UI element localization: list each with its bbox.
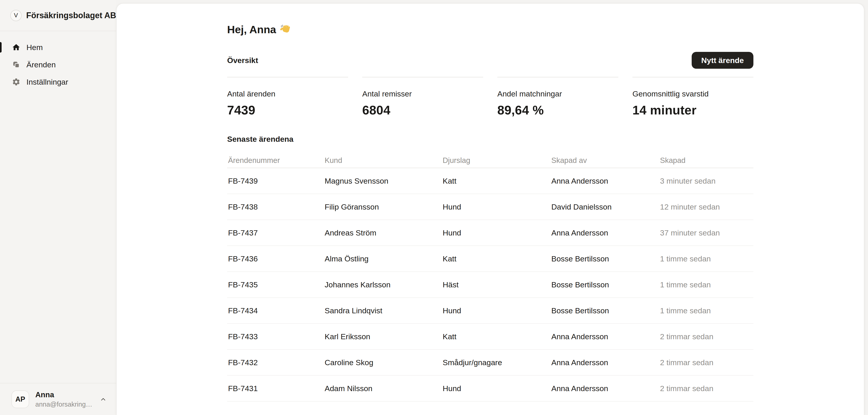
recent-cases-title: Senaste ärendena bbox=[227, 135, 753, 144]
main-panel: Hej, Anna Översikt Nytt ärende bbox=[116, 3, 864, 415]
cell-animal-type: Hund bbox=[443, 203, 551, 211]
stat-value: 89,64 % bbox=[497, 103, 618, 117]
chevron-up-icon bbox=[100, 396, 106, 403]
stat-label: Antal ärenden bbox=[227, 89, 348, 98]
column-header-skapad: Skapad bbox=[660, 156, 753, 165]
table-row[interactable]: FB-7437Andreas StrömHundAnna Andersson37… bbox=[227, 220, 753, 246]
stat-label: Antal remisser bbox=[362, 89, 483, 98]
cell-animal-type: Hund bbox=[443, 384, 551, 393]
sidebar-item-label: Ärenden bbox=[26, 60, 56, 69]
waving-hand-emoji bbox=[280, 24, 291, 34]
table-row[interactable]: FB-7436Alma ÖstlingKattBosse Bertilsson1… bbox=[227, 246, 753, 272]
recent-cases-table: Ärendenummer Kund Djurslag Skapad av Ska… bbox=[227, 153, 753, 402]
cell-animal-type: Katt bbox=[443, 177, 551, 185]
cases-copy-icon bbox=[12, 60, 21, 69]
cell-created-by: David Danielsson bbox=[551, 203, 660, 211]
stat-card-antal-arenden: Antal ärenden 7439 bbox=[227, 77, 348, 117]
sidebar: V Försäkringsbolaget AB Hem Ärenden bbox=[0, 0, 116, 415]
cell-created-at: 3 minuter sedan bbox=[660, 177, 753, 185]
cell-customer: Alma Östling bbox=[324, 254, 443, 263]
settings-gear-icon bbox=[12, 78, 21, 86]
greeting-text: Hej, Anna bbox=[227, 23, 276, 36]
table-row[interactable]: FB-7434Sandra LindqvistHundBosse Bertils… bbox=[227, 298, 753, 324]
stat-value: 14 minuter bbox=[632, 103, 753, 117]
cell-customer: Magnus Svensson bbox=[324, 177, 443, 185]
stat-label: Genomsnittlig svarstid bbox=[632, 89, 753, 98]
cell-animal-type: Katt bbox=[443, 254, 551, 263]
stat-value: 7439 bbox=[227, 103, 348, 117]
table-row[interactable]: FB-7439Magnus SvenssonKattAnna Andersson… bbox=[227, 168, 753, 194]
table-row[interactable]: FB-7432Caroline SkogSmådjur/gnagareAnna … bbox=[227, 350, 753, 376]
sidebar-item-label: Inställningar bbox=[26, 78, 68, 87]
cell-created-at: 2 timmar sedan bbox=[660, 332, 753, 341]
avatar: AP bbox=[11, 390, 29, 408]
brand: V Försäkringsbolaget AB bbox=[0, 0, 116, 31]
cell-created-by: Bosse Bertilsson bbox=[551, 306, 660, 315]
cell-created-by: Anna Andersson bbox=[551, 229, 660, 237]
cell-case-number: FB-7438 bbox=[227, 203, 324, 211]
cell-created-at: 37 minuter sedan bbox=[660, 229, 753, 237]
stat-value: 6804 bbox=[362, 103, 483, 117]
cell-customer: Karl Eriksson bbox=[324, 332, 443, 341]
home-icon bbox=[12, 43, 21, 51]
avatar-initials: AP bbox=[15, 395, 25, 404]
sidebar-item-label: Hem bbox=[26, 43, 43, 52]
user-meta: Anna anna@forsakringsb... bbox=[35, 390, 94, 408]
cell-case-number: FB-7432 bbox=[227, 358, 324, 367]
cell-case-number: FB-7437 bbox=[227, 229, 324, 237]
page-title: Hej, Anna bbox=[227, 23, 753, 36]
cell-created-by: Bosse Bertilsson bbox=[551, 280, 660, 289]
cell-customer: Filip Göransson bbox=[324, 203, 443, 211]
cell-created-by: Bosse Bertilsson bbox=[551, 254, 660, 263]
cell-customer: Andreas Ström bbox=[324, 229, 443, 237]
cell-case-number: FB-7433 bbox=[227, 332, 324, 341]
cell-created-at: 1 timme sedan bbox=[660, 306, 753, 315]
sidebar-nav: Hem Ärenden Inställningar bbox=[0, 39, 116, 91]
sidebar-item-arenden[interactable]: Ärenden bbox=[0, 56, 116, 73]
cell-created-at: 2 timmar sedan bbox=[660, 384, 753, 393]
cell-created-by: Anna Andersson bbox=[551, 358, 660, 367]
new-case-button[interactable]: Nytt ärende bbox=[692, 52, 753, 69]
table-body: FB-7439Magnus SvenssonKattAnna Andersson… bbox=[227, 168, 753, 402]
stat-card-antal-remisser: Antal remisser 6804 bbox=[362, 77, 483, 117]
sidebar-item-installningar[interactable]: Inställningar bbox=[0, 73, 116, 91]
column-header-arendenummer: Ärendenummer bbox=[227, 156, 324, 165]
table-row[interactable]: FB-7431Adam NilssonHundAnna Andersson2 t… bbox=[227, 376, 753, 402]
user-menu[interactable]: AP Anna anna@forsakringsb... bbox=[0, 383, 116, 415]
user-name: Anna bbox=[35, 390, 94, 399]
overview-title: Översikt bbox=[227, 56, 258, 65]
stat-card-genomsnittlig-svarstid: Genomsnittlig svarstid 14 minuter bbox=[632, 77, 753, 117]
cell-created-at: 2 timmar sedan bbox=[660, 358, 753, 367]
column-header-kund: Kund bbox=[324, 156, 443, 165]
company-name: Försäkringsbolaget AB bbox=[26, 11, 116, 20]
cell-animal-type: Hund bbox=[443, 229, 551, 237]
cell-animal-type: Häst bbox=[443, 280, 551, 289]
cell-created-by: Anna Andersson bbox=[551, 384, 660, 393]
column-header-djurslag: Djurslag bbox=[443, 156, 551, 165]
table-row[interactable]: FB-7433Karl ErikssonKattAnna Andersson2 … bbox=[227, 324, 753, 350]
cell-case-number: FB-7436 bbox=[227, 254, 324, 263]
cell-customer: Adam Nilsson bbox=[324, 384, 443, 393]
cell-created-at: 12 minuter sedan bbox=[660, 203, 753, 211]
cell-customer: Sandra Lindqvist bbox=[324, 306, 443, 315]
cell-created-by: Anna Andersson bbox=[551, 332, 660, 341]
cell-animal-type: Smådjur/gnagare bbox=[443, 358, 551, 367]
stat-label: Andel matchningar bbox=[497, 89, 618, 98]
stats-grid: Antal ärenden 7439 Antal remisser 6804 A… bbox=[227, 77, 753, 117]
cell-created-by: Anna Andersson bbox=[551, 177, 660, 185]
overview-header: Översikt Nytt ärende bbox=[227, 52, 753, 69]
cell-animal-type: Katt bbox=[443, 332, 551, 341]
sidebar-item-hem[interactable]: Hem bbox=[0, 39, 116, 56]
company-logo: V bbox=[10, 10, 22, 21]
cell-created-at: 1 timme sedan bbox=[660, 254, 753, 263]
cell-animal-type: Hund bbox=[443, 306, 551, 315]
table-header: Ärendenummer Kund Djurslag Skapad av Ska… bbox=[227, 153, 753, 168]
table-row[interactable]: FB-7438Filip GöranssonHundDavid Danielss… bbox=[227, 194, 753, 220]
cell-case-number: FB-7431 bbox=[227, 384, 324, 393]
stat-card-andel-matchningar: Andel matchningar 89,64 % bbox=[497, 77, 618, 117]
table-row[interactable]: FB-7435Johannes KarlssonHästBosse Bertil… bbox=[227, 272, 753, 298]
cell-case-number: FB-7435 bbox=[227, 280, 324, 289]
column-header-skapad-av: Skapad av bbox=[551, 156, 660, 165]
cell-case-number: FB-7434 bbox=[227, 306, 324, 315]
main-content: Hej, Anna Översikt Nytt ärende bbox=[227, 4, 753, 402]
